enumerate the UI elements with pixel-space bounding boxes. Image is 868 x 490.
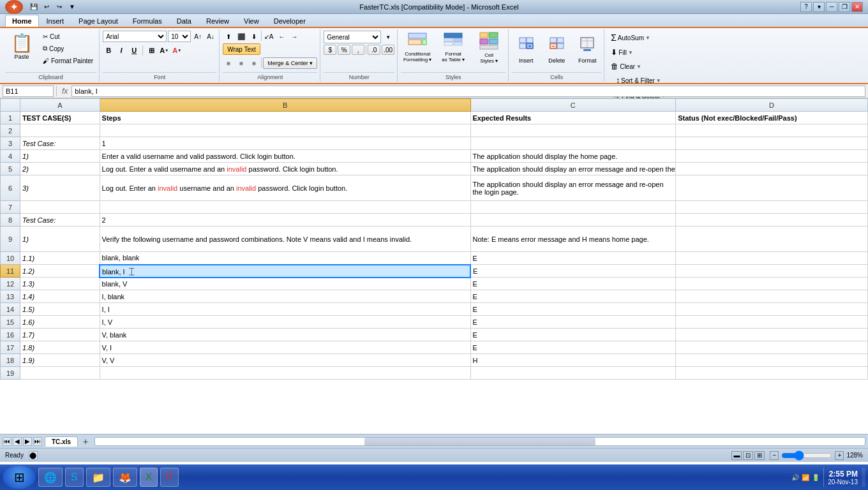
zoom-level[interactable]: 128% bbox=[846, 452, 863, 459]
cell-a2[interactable] bbox=[20, 124, 100, 137]
sheet-next-button[interactable]: ▶ bbox=[23, 437, 32, 446]
cell-a3[interactable]: Test Case: bbox=[20, 137, 100, 150]
clock[interactable]: 2:55 PM 20-Nov-13 bbox=[828, 470, 858, 486]
font-name-select[interactable]: Arial bbox=[103, 31, 167, 42]
cell-d8[interactable] bbox=[676, 214, 868, 226]
cell-a10[interactable]: 1.1) bbox=[20, 252, 100, 265]
number-format-select[interactable]: General bbox=[324, 31, 381, 43]
fill-color-button[interactable]: A▼ bbox=[158, 45, 170, 56]
cell-a7[interactable] bbox=[20, 201, 100, 214]
sheet-first-button[interactable]: ⏮ bbox=[3, 437, 11, 446]
cell-a6[interactable]: 3) bbox=[20, 175, 100, 201]
cell-c6[interactable]: The application should display an error … bbox=[470, 175, 676, 201]
delete-cells-button[interactable]: − Delete bbox=[542, 31, 571, 68]
cell-a16[interactable]: 1.7) bbox=[20, 329, 100, 341]
conditional-formatting-button[interactable]: ConditionalFormatting ▾ bbox=[401, 31, 434, 64]
cell-c17[interactable]: E bbox=[470, 341, 676, 354]
format-as-table-button[interactable]: Formatas Table ▾ bbox=[437, 31, 470, 64]
cell-a18[interactable]: 1.9) bbox=[20, 354, 100, 367]
cell-d14[interactable] bbox=[676, 303, 868, 316]
save-qat-button[interactable]: 💾 bbox=[28, 1, 40, 13]
cell-d2[interactable] bbox=[676, 124, 868, 137]
taskbar-item-files[interactable]: 📁 bbox=[86, 468, 110, 487]
cell-reference-input[interactable] bbox=[3, 85, 54, 97]
tab-developer[interactable]: Developer bbox=[267, 15, 313, 27]
bold-button[interactable]: B bbox=[103, 45, 114, 56]
cell-a8[interactable]: Test Case: bbox=[20, 214, 100, 226]
cell-d5[interactable] bbox=[676, 163, 868, 175]
show-desktop-button[interactable] bbox=[862, 468, 865, 487]
tab-review[interactable]: Review bbox=[199, 15, 236, 27]
undo-qat-button[interactable]: ↩ bbox=[41, 1, 52, 13]
cell-b13[interactable]: I, blank bbox=[100, 290, 470, 303]
cell-d15[interactable] bbox=[676, 316, 868, 329]
cell-c11[interactable]: E bbox=[470, 265, 676, 278]
cell-a12[interactable]: 1.3) bbox=[20, 278, 100, 290]
cell-b10[interactable]: blank, blank bbox=[100, 252, 470, 265]
grow-font-button[interactable]: A↑ bbox=[192, 31, 204, 42]
cell-b11[interactable]: blank, I ⌶ bbox=[100, 265, 470, 278]
cell-c3[interactable] bbox=[470, 137, 676, 150]
clear-button[interactable]: 🗑 Clear ▼ bbox=[608, 60, 645, 73]
help-button[interactable]: ? bbox=[800, 2, 812, 12]
increase-decimal-button[interactable]: , bbox=[352, 45, 364, 55]
tab-view[interactable]: View bbox=[237, 15, 266, 27]
cell-c2[interactable] bbox=[470, 124, 676, 137]
cell-d16[interactable] bbox=[676, 329, 868, 341]
taskbar-item-ie[interactable]: 🌐 bbox=[38, 468, 63, 487]
merge-center-button[interactable]: Merge & Center ▾ bbox=[263, 57, 317, 69]
record-macro-button[interactable]: ⬤ bbox=[29, 451, 38, 460]
page-break-view-button[interactable]: ⊞ bbox=[754, 451, 765, 460]
sheet-prev-button[interactable]: ◀ bbox=[13, 437, 22, 446]
cell-c9[interactable]: Note: E means error message and H means … bbox=[470, 226, 676, 252]
shrink-font-button[interactable]: A↓ bbox=[205, 31, 216, 42]
cell-c12[interactable]: E bbox=[470, 278, 676, 290]
cell-b17[interactable]: V, I bbox=[100, 341, 470, 354]
cell-a4[interactable]: 1) bbox=[20, 150, 100, 163]
indent-increase-button[interactable]: → bbox=[288, 31, 300, 42]
indent-decrease-button[interactable]: ← bbox=[276, 31, 287, 42]
cell-d3[interactable] bbox=[676, 137, 868, 150]
col-header-b[interactable]: B bbox=[100, 99, 470, 112]
cell-d17[interactable] bbox=[676, 341, 868, 354]
number-format-expand[interactable]: ▼ bbox=[382, 31, 394, 43]
cell-b4[interactable]: Enter a valid username and valid passwor… bbox=[100, 150, 470, 163]
hscroll-thumb[interactable] bbox=[364, 438, 595, 445]
tab-formulas[interactable]: Formulas bbox=[126, 15, 169, 27]
cell-b19[interactable] bbox=[100, 367, 470, 380]
zoom-out-button[interactable]: − bbox=[770, 451, 779, 460]
cell-d10[interactable] bbox=[676, 252, 868, 265]
tab-data[interactable]: Data bbox=[170, 15, 198, 27]
paste-button[interactable]: 📋 Paste bbox=[5, 31, 38, 62]
font-color-button[interactable]: A▼ bbox=[171, 45, 183, 56]
align-left-button[interactable]: ≡ bbox=[223, 57, 234, 69]
cell-c10[interactable]: E bbox=[470, 252, 676, 265]
cell-styles-button[interactable]: CellStyles ▾ bbox=[472, 31, 505, 65]
align-middle-button[interactable]: ⬛ bbox=[236, 31, 247, 42]
cell-c4[interactable]: The application should display the home … bbox=[470, 150, 676, 163]
cell-c14[interactable]: E bbox=[470, 303, 676, 316]
formula-input[interactable] bbox=[71, 85, 865, 97]
taskbar-item-skype[interactable]: S bbox=[65, 468, 84, 487]
tab-insert[interactable]: Insert bbox=[40, 15, 71, 27]
cell-d6[interactable] bbox=[676, 175, 868, 201]
text-direction-button[interactable]: ↙A bbox=[263, 31, 274, 42]
restore-button[interactable]: ❐ bbox=[839, 2, 850, 12]
font-size-select[interactable]: 10 bbox=[168, 31, 191, 42]
cell-b8[interactable]: 2 bbox=[100, 214, 470, 226]
cell-b1[interactable]: Steps bbox=[100, 112, 470, 124]
cell-b12[interactable]: blank, V bbox=[100, 278, 470, 290]
cell-b16[interactable]: V, blank bbox=[100, 329, 470, 341]
autosum-button[interactable]: Σ AutoSum ▼ bbox=[608, 31, 654, 45]
format-painter-button[interactable]: 🖌 Format Painter bbox=[40, 55, 96, 66]
cell-a11[interactable]: 1.2) bbox=[20, 265, 100, 278]
cell-a14[interactable]: 1.5) bbox=[20, 303, 100, 316]
col-header-a[interactable]: A bbox=[20, 99, 100, 112]
redo-qat-button[interactable]: ↪ bbox=[54, 1, 65, 13]
cell-b2[interactable] bbox=[100, 124, 470, 137]
cell-d7[interactable] bbox=[676, 201, 868, 214]
comma-style-button[interactable]: % bbox=[338, 45, 350, 55]
cell-b14[interactable]: I, I bbox=[100, 303, 470, 316]
cell-a1[interactable]: TEST CASE(S) bbox=[20, 112, 100, 124]
cell-d19[interactable] bbox=[676, 367, 868, 380]
